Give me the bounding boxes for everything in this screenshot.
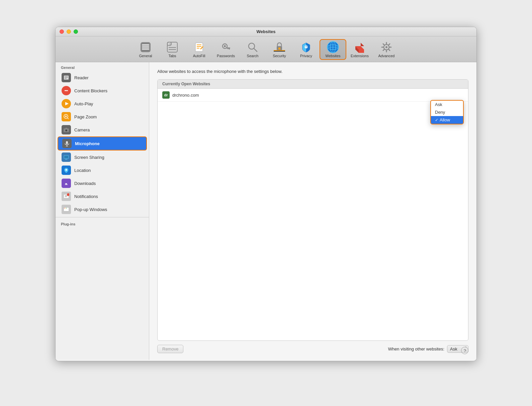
option-deny[interactable]: Deny (431, 108, 463, 116)
sidebar-item-microphone[interactable]: Microphone (58, 136, 147, 150)
screen-sharing-label: Screen Sharing (74, 155, 104, 160)
autoplay-icon (62, 99, 71, 108)
toolbar: General ✕ Tabs (56, 36, 476, 62)
sidebar-item-screen-sharing[interactable]: Screen Sharing (58, 151, 147, 164)
svg-line-50 (67, 118, 69, 119)
svg-rect-9 (195, 43, 203, 52)
permission-dropdown-popup[interactable]: Ask Deny ✓ Allow (430, 100, 464, 124)
sidebar-item-downloads[interactable]: Downloads (58, 177, 147, 190)
popup-windows-label: Pop-up Windows (74, 207, 107, 212)
tab-advanced[interactable]: Advanced (373, 40, 400, 59)
svg-point-14 (224, 45, 226, 47)
svg-rect-62 (65, 160, 68, 160)
advanced-label: Advanced (378, 54, 395, 58)
sidebar-divider (56, 217, 149, 217)
close-button[interactable] (60, 29, 64, 34)
sidebar-item-notifications[interactable]: Notifications (58, 190, 147, 203)
tabs-icon: ✕ (166, 41, 178, 53)
safari-preferences-window: Websites General (55, 27, 477, 361)
sidebar-item-auto-play[interactable]: Auto-Play (58, 97, 147, 110)
svg-line-19 (254, 48, 257, 52)
svg-line-38 (389, 49, 390, 51)
svg-rect-1 (142, 44, 149, 45)
svg-text:✕: ✕ (169, 43, 171, 46)
svg-rect-2 (142, 46, 149, 47)
svg-point-63 (66, 169, 67, 171)
svg-rect-61 (65, 159, 67, 160)
reader-label: Reader (74, 75, 89, 80)
tabs-label: Tabs (168, 54, 176, 58)
microphone-label: Microphone (75, 141, 100, 146)
advanced-icon (380, 41, 392, 53)
microphone-icon (62, 139, 72, 148)
tab-websites[interactable]: Websites (320, 39, 346, 60)
svg-point-32 (385, 46, 387, 48)
website-name: drchrono.com (172, 93, 463, 98)
auto-play-label: Auto-Play (74, 101, 93, 106)
help-button[interactable]: ? (461, 347, 468, 354)
popup-windows-icon (62, 205, 71, 214)
table-header-label: Currently Open Websites (162, 82, 210, 86)
tab-passwords[interactable]: Passwords (212, 40, 239, 59)
search-label: Search (247, 54, 259, 58)
svg-point-73 (65, 208, 66, 209)
tab-privacy[interactable]: Privacy (293, 40, 320, 59)
reader-icon (62, 73, 71, 82)
sidebar-item-location[interactable]: Location (58, 164, 147, 177)
extensions-label: Extensions (351, 54, 369, 58)
general-label: General (139, 54, 152, 58)
main-content: General Reader Content Blockers (56, 62, 476, 360)
content-description: Allow websites to access the microphone … (157, 69, 468, 74)
location-icon (62, 166, 71, 175)
svg-point-72 (64, 208, 65, 209)
bottom-bar: Remove When visiting other websites: Ask… (157, 345, 468, 353)
svg-point-55 (66, 130, 67, 131)
checkmark-icon: ✓ (435, 118, 438, 122)
content-blockers-label: Content Blockers (74, 88, 107, 93)
websites-label: Websites (325, 54, 340, 58)
minimize-button[interactable] (67, 29, 71, 34)
tab-security[interactable]: Security (266, 40, 293, 59)
sidebar-item-content-blockers[interactable]: Content Blockers (58, 84, 147, 97)
tab-search[interactable]: Search (239, 40, 266, 59)
website-row[interactable]: dr drchrono.com (158, 89, 468, 102)
screensharing-icon (62, 153, 71, 162)
tab-general[interactable]: General (132, 40, 159, 59)
sidebar-item-camera[interactable]: Camera (58, 123, 147, 136)
svg-rect-16 (229, 48, 230, 49)
svg-rect-60 (64, 156, 68, 158)
privacy-label: Privacy (300, 54, 312, 58)
autofill-icon (193, 41, 205, 53)
notifications-label: Notifications (74, 194, 98, 199)
visiting-other-websites: When visiting other websites: Ask Deny A… (388, 345, 468, 353)
option-allow[interactable]: ✓ Allow (431, 116, 463, 124)
tab-autofill[interactable]: AutoFill (186, 40, 212, 59)
pagezoom-icon (62, 112, 71, 121)
search-icon (247, 41, 259, 53)
sidebar-item-reader[interactable]: Reader (58, 71, 147, 84)
content-panel: Allow websites to access the microphone … (149, 62, 476, 360)
option-ask[interactable]: Ask (431, 101, 463, 108)
general-icon (140, 41, 152, 53)
maximize-button[interactable] (74, 29, 78, 34)
security-label: Security (273, 54, 286, 58)
table-header: Currently Open Websites (158, 80, 468, 89)
sidebar-item-popup-windows[interactable]: Pop-up Windows (58, 203, 147, 216)
security-icon (273, 41, 285, 53)
tab-extensions[interactable]: Extensions (346, 40, 373, 59)
tab-tabs[interactable]: ✕ Tabs (159, 40, 186, 59)
remove-button[interactable]: Remove (157, 345, 183, 353)
sidebar-item-page-zoom[interactable]: Page Zoom (58, 110, 147, 123)
svg-rect-3 (142, 48, 149, 49)
websites-icon (327, 41, 339, 53)
downloads-icon (62, 179, 71, 188)
privacy-icon (300, 41, 312, 53)
camera-icon (62, 125, 71, 134)
page-zoom-label: Page Zoom (74, 114, 97, 119)
svg-line-37 (383, 44, 384, 45)
autofill-label: AutoFill (193, 54, 205, 58)
websites-table: Currently Open Websites dr drchrono.com (157, 79, 468, 341)
passwords-label: Passwords (217, 54, 235, 58)
passwords-icon (220, 41, 232, 53)
visiting-label: When visiting other websites: (388, 346, 444, 351)
